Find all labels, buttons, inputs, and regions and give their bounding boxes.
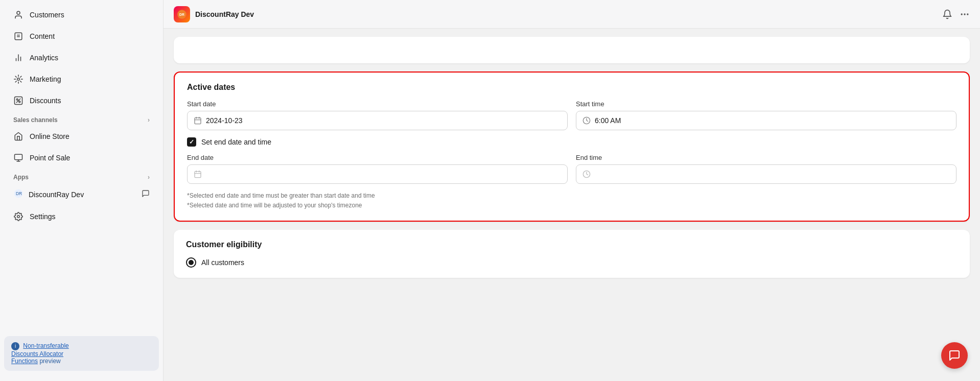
discounts-label: Discounts	[30, 97, 61, 105]
info-icon: i	[11, 342, 19, 350]
svg-rect-23	[195, 118, 201, 124]
svg-line-10	[16, 99, 20, 103]
point-of-sale-icon	[13, 153, 24, 163]
online-store-label: Online Store	[30, 132, 69, 140]
settings-label: Settings	[30, 212, 56, 221]
start-date-label: Start date	[187, 100, 568, 108]
start-time-input[interactable]: 6:00 AM	[576, 111, 956, 130]
sidebar-item-online-store[interactable]: Online Store	[4, 126, 159, 147]
svg-point-7	[17, 78, 20, 81]
content-icon	[13, 31, 24, 41]
start-date-input[interactable]: 2024-10-23	[187, 111, 568, 130]
svg-text:DR: DR	[179, 13, 184, 16]
sidebar-item-discounts[interactable]: Discounts	[4, 90, 159, 111]
end-calendar-icon	[194, 170, 202, 178]
sidebar-item-marketing[interactable]: Marketing	[4, 69, 159, 89]
radio-selected-indicator	[189, 260, 194, 265]
end-time-input[interactable]	[576, 164, 956, 184]
top-stub-card	[174, 37, 970, 63]
set-end-label: Set end date and time	[201, 138, 271, 146]
end-time-field: End time	[576, 154, 956, 184]
sidebar: Customers Content Analytics Marketing Di…	[0, 0, 164, 381]
hint-1: *Selected end date and time must be grea…	[187, 191, 956, 201]
svg-point-9	[19, 101, 20, 103]
svg-point-0	[17, 11, 20, 14]
all-customers-radio[interactable]	[186, 257, 196, 268]
sidebar-footer: i Non-transferableDiscounts AllocatorFun…	[0, 330, 163, 377]
content-area[interactable]: Active dates Start date 2024-10-23	[164, 29, 980, 381]
eligibility-title: Customer eligibility	[186, 240, 958, 249]
discountray-label: DiscountRay Dev	[29, 190, 84, 199]
more-options-button[interactable]	[960, 9, 970, 19]
svg-rect-28	[195, 172, 201, 178]
discounts-icon	[13, 96, 24, 106]
sidebar-item-analytics[interactable]: Analytics	[4, 47, 159, 68]
svg-point-21	[964, 14, 965, 15]
all-customers-option[interactable]: All customers	[186, 257, 958, 268]
svg-point-22	[967, 14, 968, 15]
end-date-label: End date	[187, 154, 568, 161]
hint-text: *Selected end date and time must be grea…	[187, 191, 956, 210]
start-fields-grid: Start date 2024-10-23 Start time	[187, 100, 956, 130]
topbar-title: DiscountRay Dev	[195, 10, 254, 18]
calendar-icon	[194, 116, 202, 125]
analytics-icon	[13, 53, 24, 63]
footer-info-card: i Non-transferableDiscounts AllocatorFun…	[4, 336, 159, 371]
start-time-label: Start time	[576, 100, 956, 108]
analytics-label: Analytics	[30, 54, 58, 62]
start-date-value: 2024-10-23	[206, 116, 243, 125]
customers-icon	[13, 10, 24, 20]
end-time-label: End time	[576, 154, 956, 161]
notifications-button[interactable]	[942, 9, 952, 19]
active-dates-card: Active dates Start date 2024-10-23	[174, 72, 970, 222]
online-store-icon	[13, 131, 24, 141]
end-date-field: End date	[187, 154, 568, 184]
sidebar-item-content[interactable]: Content	[4, 26, 159, 46]
apps-section[interactable]: Apps ›	[0, 169, 163, 183]
discountray-pin-icon	[142, 189, 150, 200]
customer-eligibility-card: Customer eligibility All customers	[174, 230, 970, 278]
customers-label: Customers	[30, 11, 64, 19]
start-time-value: 6:00 AM	[595, 116, 621, 125]
end-date-input[interactable]	[187, 164, 568, 184]
set-end-checkbox[interactable]: ✓	[187, 137, 196, 147]
all-customers-label: All customers	[201, 258, 244, 267]
svg-text:DR: DR	[16, 191, 22, 196]
svg-point-8	[16, 99, 18, 100]
apps-chevron: ›	[148, 174, 150, 181]
content-label: Content	[30, 32, 55, 40]
svg-point-20	[961, 14, 962, 15]
start-date-field: Start date 2024-10-23	[187, 100, 568, 130]
sidebar-item-discountray-dev[interactable]: DR DiscountRay Dev	[4, 183, 159, 205]
svg-rect-12	[15, 154, 22, 160]
set-end-date-row[interactable]: ✓ Set end date and time	[187, 137, 956, 147]
card-wrapper: Active dates Start date 2024-10-23	[164, 29, 980, 286]
marketing-label: Marketing	[30, 75, 61, 83]
end-fields-grid: End date End time	[187, 154, 956, 184]
svg-point-17	[17, 216, 20, 218]
main-area: DR DiscountRay Dev Active dates	[164, 0, 980, 381]
checkmark-icon: ✓	[189, 138, 194, 146]
active-dates-title: Active dates	[187, 83, 956, 92]
clock-icon	[582, 116, 591, 125]
sidebar-item-point-of-sale[interactable]: Point of Sale	[4, 148, 159, 168]
sidebar-item-settings[interactable]: Settings	[4, 206, 159, 227]
sales-channels-section[interactable]: Sales channels ›	[0, 111, 163, 126]
discountray-icon: DR	[13, 188, 24, 200]
hint-2: *Selected date and time will be adjusted…	[187, 201, 956, 210]
sales-channels-chevron: ›	[148, 116, 150, 124]
topbar: DR DiscountRay Dev	[164, 0, 980, 29]
sidebar-item-customers[interactable]: Customers	[4, 5, 159, 25]
settings-icon	[13, 211, 24, 222]
marketing-icon	[13, 74, 24, 84]
end-clock-icon	[582, 170, 591, 178]
chat-button[interactable]	[941, 342, 968, 369]
point-of-sale-label: Point of Sale	[30, 154, 70, 162]
topbar-logo: DR	[174, 6, 190, 22]
start-time-field: Start time 6:00 AM	[576, 100, 956, 130]
